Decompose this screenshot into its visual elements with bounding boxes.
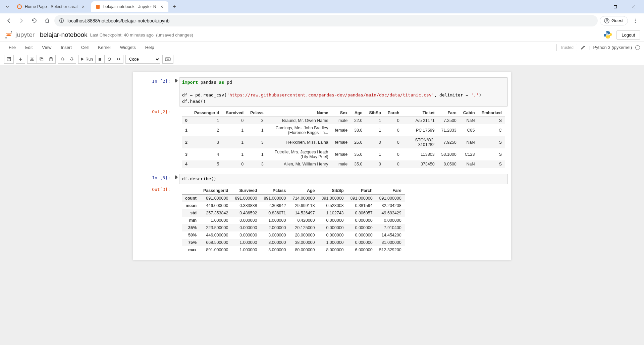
save-button[interactable] <box>4 55 14 64</box>
trusted-button[interactable]: Trusted <box>556 44 577 51</box>
svg-point-22 <box>31 60 32 61</box>
svg-point-17 <box>609 37 609 38</box>
reload-button[interactable] <box>29 15 40 26</box>
svg-rect-3 <box>614 5 616 8</box>
menu-insert[interactable]: Insert <box>56 43 76 52</box>
close-icon[interactable]: × <box>159 4 164 9</box>
svg-point-16 <box>606 32 607 32</box>
jupyter-brand[interactable]: jupyter <box>15 31 35 39</box>
jupyter-logo-icon[interactable] <box>4 30 13 40</box>
url-text: localhost:8888/notebooks/belajar-noteboo… <box>67 18 169 23</box>
run-button[interactable]: Run <box>78 55 96 64</box>
svg-rect-18 <box>7 58 11 61</box>
tab-search-icon[interactable] <box>3 3 11 11</box>
notebook-title[interactable]: belajar-notebook <box>40 31 88 39</box>
notebook-scroll[interactable]: In [2]: import pandas as pd df = pd.read… <box>0 65 644 345</box>
menu-cell[interactable]: Cell <box>76 43 93 52</box>
back-button[interactable] <box>3 15 14 26</box>
in-prompt: In [2]: <box>136 77 173 107</box>
home-button[interactable] <box>42 15 52 26</box>
svg-rect-34 <box>168 59 169 59</box>
restart-run-all-button[interactable] <box>114 55 123 64</box>
svg-line-25 <box>31 57 33 60</box>
add-cell-button[interactable] <box>16 55 25 64</box>
menu-view[interactable]: View <box>37 43 56 52</box>
close-icon[interactable]: × <box>80 4 86 9</box>
command-palette-button[interactable] <box>162 55 173 64</box>
overflow-menu-button[interactable] <box>630 15 641 26</box>
output-area: PassengerIdSurvivedPclassAgeSibSpParchFa… <box>179 186 508 255</box>
in-prompt: In [3]: <box>136 174 173 184</box>
url-input[interactable]: localhost:8888/notebooks/belajar-noteboo… <box>54 15 598 26</box>
minimize-button[interactable] <box>590 2 604 12</box>
svg-rect-30 <box>99 58 101 61</box>
svg-rect-1 <box>96 5 100 9</box>
new-tab-button[interactable]: + <box>170 2 179 11</box>
svg-rect-27 <box>41 59 43 61</box>
menu-file[interactable]: File <box>4 43 20 52</box>
output-area: PassengerIdSurvivedPclassNameSexAgeSibSp… <box>179 108 508 169</box>
tab-title: Home Page - Select or create a <box>25 4 78 9</box>
tab-notebook[interactable]: belajar-notebook - Jupyter Not × <box>91 1 168 12</box>
forward-button[interactable] <box>16 15 27 26</box>
move-up-button[interactable] <box>58 55 67 64</box>
svg-point-13 <box>635 22 636 23</box>
svg-line-24 <box>31 57 33 60</box>
python-logo-icon <box>603 30 612 40</box>
run-label: Run <box>86 57 93 62</box>
svg-rect-33 <box>167 59 168 59</box>
restart-button[interactable] <box>104 55 114 64</box>
code-input[interactable]: df.describe() <box>179 174 508 184</box>
cell-type-select[interactable]: Code <box>125 55 160 64</box>
svg-point-10 <box>606 19 608 21</box>
dataframe-head: PassengerIdSurvivedPclassNameSexAgeSibSp… <box>182 109 505 168</box>
maximize-button[interactable] <box>608 2 623 12</box>
edit-icon[interactable] <box>581 45 585 50</box>
kernel-name[interactable]: Python 3 (ipykernel) <box>593 45 632 50</box>
tab-home[interactable]: Home Page - Select or create a × <box>13 1 90 12</box>
site-info-icon[interactable] <box>59 18 64 23</box>
menu-help[interactable]: Help <box>141 43 159 52</box>
paste-button[interactable] <box>46 55 56 64</box>
out-prompt: Out[2]: <box>136 108 173 169</box>
run-cell-icon[interactable] <box>173 77 179 107</box>
checkpoint-text: Last Checkpoint: 40 minutes ago (unsaved… <box>90 32 193 38</box>
guest-label: Guest <box>611 18 624 23</box>
kernel-indicator-icon[interactable] <box>635 45 640 50</box>
run-cell-icon[interactable] <box>173 174 179 184</box>
svg-point-14 <box>11 31 12 32</box>
svg-point-11 <box>635 18 636 19</box>
notebook-favicon-icon <box>95 4 101 9</box>
svg-rect-31 <box>165 58 170 61</box>
svg-rect-32 <box>166 59 167 59</box>
move-down-button[interactable] <box>67 55 76 64</box>
close-window-button[interactable] <box>626 2 641 12</box>
code-input[interactable]: import pandas as pd df = pd.read_csv('ht… <box>179 77 508 107</box>
out-prompt: Out[3]: <box>136 186 173 255</box>
profile-button[interactable]: Guest <box>600 16 628 25</box>
menu-edit[interactable]: Edit <box>20 43 37 52</box>
cut-button[interactable] <box>27 55 37 64</box>
person-icon <box>604 18 609 23</box>
svg-point-23 <box>33 60 34 61</box>
logout-button[interactable]: Logout <box>616 30 640 40</box>
menu-kernel[interactable]: Kernel <box>93 43 115 52</box>
svg-rect-19 <box>8 58 10 59</box>
svg-point-12 <box>635 20 636 21</box>
svg-rect-35 <box>167 60 169 60</box>
copy-button[interactable] <box>37 55 46 64</box>
svg-point-15 <box>5 37 7 39</box>
svg-point-0 <box>17 5 21 9</box>
dataframe-describe: PassengerIdSurvivedPclassAgeSibSpParchFa… <box>182 187 405 254</box>
interrupt-button[interactable] <box>95 55 105 64</box>
svg-rect-29 <box>50 58 52 59</box>
jupyter-favicon-icon <box>17 4 22 9</box>
menu-widgets[interactable]: Widgets <box>115 43 141 52</box>
tab-title: belajar-notebook - Jupyter Not <box>103 4 156 9</box>
separator: | <box>589 45 590 50</box>
